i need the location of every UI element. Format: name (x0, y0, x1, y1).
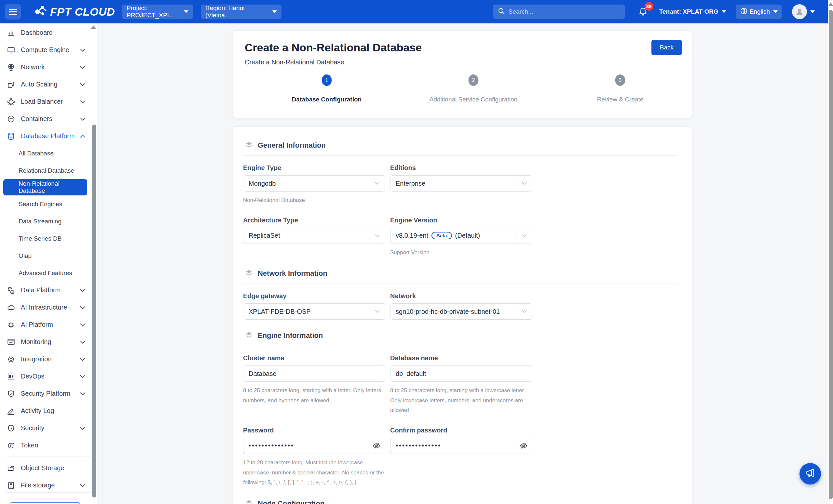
chevron-down-icon (80, 427, 85, 430)
network-select[interactable]: sgn10-prod-hc-db-private-subnet-01 (390, 303, 532, 320)
edge-gateway-select[interactable]: XPLAT-FDE-DB-OSP (243, 303, 385, 320)
step-1-circle[interactable]: 1 (322, 74, 332, 86)
confirm-password-input[interactable]: •••••••••••••• (390, 438, 532, 454)
page-title: Create a Non-Relational Database (245, 41, 680, 54)
password-helper: 12 to 20 characters long. Must include l… (243, 458, 385, 488)
engine-type-select[interactable]: Mongodb (243, 175, 385, 192)
sidebar-item-activity-log[interactable]: Activity Log (0, 402, 97, 420)
chevron-down-icon (80, 306, 85, 309)
sidebar-item-ai-infrastructure[interactable]: AI Infrastructure (0, 299, 97, 316)
sidebar-subitem-all-database[interactable]: All Database (0, 145, 97, 162)
region-selector[interactable]: Region: Hanoi (Vietna... (201, 4, 282, 19)
fpt-cloud-logo[interactable]: FPT CLOUD (32, 4, 115, 20)
sidebar-scrollbar-thumb[interactable] (92, 125, 96, 498)
project-selector[interactable]: Project: PROJECT_XPL... (122, 4, 193, 19)
cluster-name-label: Cluster name (243, 354, 385, 362)
sidebar-item-containers[interactable]: Containers (0, 110, 97, 127)
notifications-button[interactable]: 39 (638, 6, 648, 18)
menu-toggle-button[interactable] (5, 4, 21, 20)
engine-type-helper: Non-Relational Database (243, 196, 385, 205)
cluster-name-input[interactable]: Database (243, 366, 385, 382)
sidebar-subitem-search-engines[interactable]: Search Engines (0, 196, 97, 213)
section-engine-information: Engine Information (245, 331, 680, 341)
chip-icon (6, 320, 15, 329)
step-2-circle[interactable]: 2 (469, 74, 479, 86)
sidebar-subitem-relational-database[interactable]: Relational Database (0, 162, 97, 179)
cloud-icon (6, 303, 15, 312)
sidebar-subitem-advanced-features[interactable]: Advanced Features (0, 264, 97, 282)
sidebar-item-auto-scaling[interactable]: Auto Scaling (0, 76, 97, 93)
eye-off-icon[interactable] (515, 442, 532, 450)
sidebar-item-data-platform[interactable]: Data Platform (0, 282, 97, 299)
bar-chart-icon (6, 28, 15, 37)
layers-icon (245, 269, 253, 278)
layers-icon (245, 141, 253, 150)
page-scroll-up-arrow[interactable] (829, 2, 833, 6)
sidebar-item-security[interactable]: Security (0, 420, 97, 437)
section-divider (243, 346, 679, 346)
sidebar-item-load-balancer[interactable]: Load Balancer (0, 93, 97, 110)
page-header-card: Create a Non-Relational Database Create … (233, 31, 692, 118)
section-general-information: General Information (245, 141, 680, 150)
tenant-selector[interactable]: Tenant: XPLAT-ORG (659, 8, 726, 15)
sidebar-item-devops[interactable]: DevOps (0, 368, 97, 385)
sidebar-item-database-platform[interactable]: Database Platform (0, 127, 97, 145)
sidebar-item-integration[interactable]: Integration (0, 351, 97, 368)
engine-version-helper: Support Version (390, 248, 532, 258)
gear-icon (6, 355, 15, 363)
section-node-configuration: Node Configuration (245, 499, 680, 504)
engine-version-select[interactable]: v8.0.19-ent Beta (Default) (390, 228, 532, 244)
shield-check-icon (6, 424, 15, 432)
engine-version-label: Engine Version (390, 217, 532, 224)
page-subtitle: Create a Non-Relational Database (245, 58, 680, 66)
chevron-down-icon (80, 358, 85, 361)
stepper-line (481, 80, 613, 80)
sidebar-bottom-button[interactable] (9, 502, 81, 504)
eye-off-icon[interactable] (368, 442, 385, 450)
sidebar-item-security-platform[interactable]: Security Platform (0, 385, 97, 402)
sidebar-item-token[interactable]: Token (0, 437, 97, 454)
sidebar-item-monitoring[interactable]: Monitoring (0, 333, 97, 351)
sidebar-item-file-storage[interactable]: File storage (0, 477, 97, 494)
sidebar-subitem-time-series-db[interactable]: Time Series DB (0, 230, 97, 247)
sidebar-item-network[interactable]: Network (0, 58, 97, 76)
top-navbar: FPT CLOUD Project: PROJECT_XPL... Region… (0, 0, 828, 23)
sidebar-item-ai-platform[interactable]: AI Platform (0, 316, 97, 333)
engine-type-label: Engine Type (243, 164, 385, 172)
step-3-circle[interactable]: 3 (615, 74, 625, 86)
menu-icon (9, 8, 17, 16)
sidebar-subitem-olap[interactable]: Olap (0, 247, 97, 264)
devops-icon (6, 372, 15, 381)
architecture-type-select[interactable]: ReplicaSet (243, 228, 385, 244)
page-scrollbar-thumb[interactable] (829, 10, 833, 499)
step-1-label[interactable]: Database Configuration (292, 96, 361, 103)
caret-down-icon (810, 10, 815, 13)
sidebar-item-dashboard[interactable]: Dashboard (0, 24, 97, 41)
auto-scaling-icon (6, 80, 15, 89)
monitor-icon (6, 46, 15, 54)
search-input[interactable] (508, 8, 616, 15)
global-search[interactable] (493, 4, 625, 19)
page-scrollbar[interactable] (828, 0, 833, 504)
back-button[interactable]: Back (651, 40, 682, 55)
language-selector[interactable]: English (736, 4, 782, 19)
step-3-label[interactable]: Review & Create (597, 96, 644, 103)
chevron-down-icon (369, 234, 385, 237)
sidebar-item-object-storage[interactable]: Object Storage (0, 459, 97, 477)
chevron-down-icon (516, 310, 532, 313)
sidebar-subitem-data-streaming[interactable]: Data Streaming (0, 213, 97, 230)
step-2-label[interactable]: Additional Service Configuration (429, 96, 517, 103)
folder-icon (6, 464, 15, 473)
sidebar-scroll-up-arrow[interactable] (91, 25, 96, 29)
box-icon (6, 115, 15, 123)
sidebar-item-compute-engine[interactable]: Compute Engine (0, 41, 97, 58)
database-icon (6, 132, 15, 141)
editions-select[interactable]: Enterprise (390, 175, 532, 192)
account-menu[interactable] (792, 4, 815, 19)
chevron-down-icon (369, 310, 385, 313)
password-input[interactable]: •••••••••••••• (243, 438, 385, 454)
announcements-fab[interactable] (800, 463, 821, 484)
sidebar-subitem-non-relational-database[interactable]: Non-Relational Database (3, 179, 87, 196)
project-selector-label: Project: PROJECT_XPL... (126, 4, 181, 19)
database-name-input[interactable]: db_default (390, 366, 532, 382)
